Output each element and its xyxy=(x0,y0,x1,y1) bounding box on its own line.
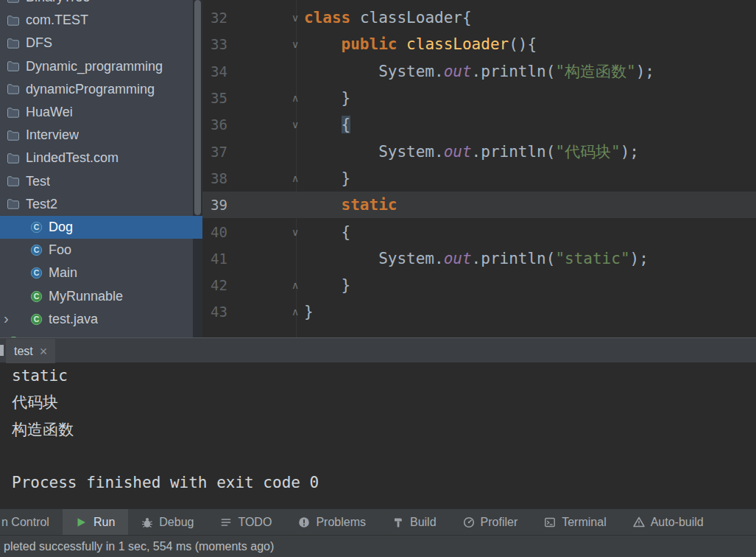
code-token: "代码块" xyxy=(555,143,620,161)
fold-close-icon[interactable]: ∧ xyxy=(286,279,304,291)
code-token: ); xyxy=(636,63,654,80)
class-green-icon: C xyxy=(29,313,43,326)
class-blue-icon: C xyxy=(29,221,43,234)
code-line-33[interactable]: 33∨ public classLoader(){ xyxy=(202,31,756,57)
code-token: .println( xyxy=(472,143,556,161)
code-token xyxy=(304,196,342,214)
code-token: class xyxy=(304,9,350,27)
folder-icon xyxy=(7,14,20,27)
code-line-39[interactable]: 39 static xyxy=(202,192,756,218)
fold-open-icon[interactable]: ∨ xyxy=(286,12,304,24)
tree-item-label: HuaWei xyxy=(26,105,73,120)
line-number: 35 xyxy=(202,90,286,106)
code-token: classLoader xyxy=(406,35,509,53)
code-line-42[interactable]: 42∧ } xyxy=(202,272,756,298)
code-line-43[interactable]: 43∧} xyxy=(202,298,756,325)
code-token: } xyxy=(304,303,314,320)
tree-item-test2[interactable]: Test2 xyxy=(0,193,202,216)
class-blue-icon: C xyxy=(29,267,43,279)
tree-item-test[interactable]: Test xyxy=(0,170,202,193)
svg-text:C: C xyxy=(33,223,39,231)
code-line-38[interactable]: 38∧ } xyxy=(202,165,756,192)
line-number: 41 xyxy=(202,251,286,267)
toolwindow-button-problems[interactable]: Problems xyxy=(285,509,379,535)
tree-item-label: dynamicProgramming xyxy=(26,82,155,97)
code-text: class classLoader{ xyxy=(304,9,472,27)
code-token: "构造函数" xyxy=(555,63,635,80)
line-number: 33 xyxy=(202,36,286,52)
tree-item-partial[interactable]: C xyxy=(0,331,202,337)
code-token: } xyxy=(304,89,350,107)
tree-item-label: BinaryTree xyxy=(26,0,90,5)
play-icon xyxy=(76,516,88,528)
code-line-35[interactable]: 35∧ } xyxy=(202,85,756,111)
tree-item-dynamic-programming[interactable]: Dynamic_programming xyxy=(0,55,202,78)
toolwindow-button-run[interactable]: Run xyxy=(63,509,128,535)
toolwindow-button-label: Profiler xyxy=(481,516,518,529)
toolwindow-button-auto-build[interactable]: Auto-build xyxy=(620,509,717,535)
terminal-icon xyxy=(544,516,556,528)
code-token: System. xyxy=(304,250,444,267)
tree-item-interview[interactable]: Interview xyxy=(0,124,202,147)
tree-item-foo[interactable]: CFoo xyxy=(0,239,202,262)
tree-item-myrunnable[interactable]: CMyRunnable xyxy=(0,284,202,307)
console-line: Process finished with exit code 0 xyxy=(12,469,756,496)
code-line-34[interactable]: 34 System.out.println("构造函数"); xyxy=(202,58,756,85)
fold-close-icon[interactable]: ∧ xyxy=(286,92,304,104)
line-number: 32 xyxy=(202,10,286,26)
tree-item-dfs[interactable]: DFS xyxy=(0,32,202,55)
code-token: .println( xyxy=(472,250,556,267)
run-tab-test[interactable]: test × xyxy=(6,339,55,363)
code-line-40[interactable]: 40∨ { xyxy=(202,218,756,245)
status-message: pleted successfully in 1 sec, 554 ms (mo… xyxy=(4,540,274,553)
tree-item-binarytree[interactable]: BinaryTree xyxy=(0,0,202,9)
code-token: System. xyxy=(304,63,444,80)
class-green-icon: C xyxy=(29,290,43,303)
code-token: } xyxy=(304,169,350,187)
code-line-36[interactable]: 36∨ { xyxy=(202,111,756,138)
tree-item-dynamicprogramming[interactable]: dynamicProgramming xyxy=(0,78,202,101)
ide-window: BinaryTreecom.TESTDFSDynamic_programming… xyxy=(0,0,756,557)
folder-icon xyxy=(7,152,20,164)
tree-item-com-test[interactable]: com.TEST xyxy=(0,9,202,32)
tree-item-lindedtest-com[interactable]: LindedTest.com xyxy=(0,147,202,169)
fold-open-icon[interactable]: ∨ xyxy=(286,38,304,50)
tree-item-huawei[interactable]: HuaWei xyxy=(0,101,202,124)
code-token: out xyxy=(444,250,472,267)
svg-text:C: C xyxy=(33,292,39,301)
tree-item-label: LindedTest.com xyxy=(26,150,119,166)
toolwindow-button-terminal[interactable]: Terminal xyxy=(531,509,619,535)
fold-open-icon[interactable]: ∨ xyxy=(286,119,304,130)
code-token: classLoader xyxy=(360,9,462,27)
error-icon xyxy=(298,516,310,528)
close-icon[interactable]: × xyxy=(40,345,48,358)
expand-chevron-icon[interactable]: › xyxy=(4,311,9,326)
folder-icon xyxy=(7,129,20,141)
hammer-icon xyxy=(392,516,404,528)
tree-item-main[interactable]: CMain xyxy=(0,262,202,284)
toolwindow-button-build[interactable]: Build xyxy=(379,509,450,535)
code-text: } xyxy=(304,169,350,187)
code-editor[interactable]: 32∨class classLoader{33∨ public classLoa… xyxy=(202,0,756,337)
code-line-41[interactable]: 41 System.out.println("static"); xyxy=(202,245,756,272)
line-number: 37 xyxy=(202,144,286,160)
tree-item-label: MyRunnable xyxy=(49,289,123,304)
console-output[interactable]: static代码块构造函数 Process finished with exit… xyxy=(0,362,756,508)
console-line: 构造函数 xyxy=(12,416,756,443)
fold-open-icon[interactable]: ∨ xyxy=(286,226,304,238)
toolwindow-button-n-control[interactable]: n Control xyxy=(0,509,63,535)
toolwindow-button-label: Auto-build xyxy=(651,516,704,529)
code-line-37[interactable]: 37 System.out.println("代码块"); xyxy=(202,138,756,164)
code-line-32[interactable]: 32∨class classLoader{ xyxy=(202,4,756,31)
code-text: System.out.println("构造函数"); xyxy=(304,61,654,82)
tree-item-dog[interactable]: CDog xyxy=(0,216,202,239)
code-text: } xyxy=(304,89,350,107)
toolwindow-button-debug[interactable]: Debug xyxy=(128,509,207,535)
toolwindow-button-profiler[interactable]: Profiler xyxy=(450,509,531,535)
fold-close-icon[interactable]: ∧ xyxy=(286,172,304,184)
tree-item-test-java[interactable]: ›Ctest.java xyxy=(0,308,202,331)
editor-lines: 32∨class classLoader{33∨ public classLoa… xyxy=(202,4,756,326)
fold-close-icon[interactable]: ∧ xyxy=(286,306,304,318)
toolwindow-button-todo[interactable]: TODO xyxy=(207,509,285,535)
code-text: public classLoader(){ xyxy=(304,35,537,53)
